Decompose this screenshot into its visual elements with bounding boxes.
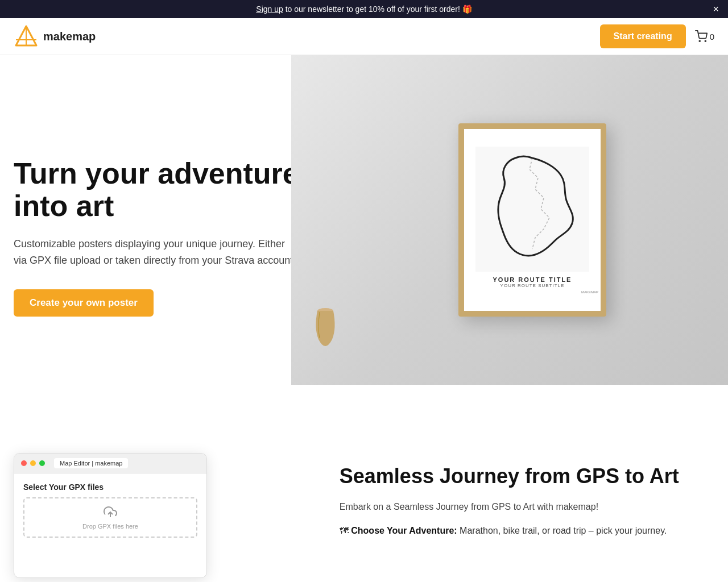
close-dot — [21, 460, 27, 466]
poster-mockup: YOUR ROUTE TITLE YOUR ROUTE SUBTITLE MAK… — [458, 123, 606, 317]
logo-link[interactable]: makemap — [14, 24, 96, 49]
close-announcement-button[interactable]: × — [713, 4, 719, 14]
logo-text: makemap — [43, 30, 96, 43]
section-two: Map Editor | makemap Select Your GPX fil… — [0, 408, 728, 582]
svg-rect-6 — [475, 147, 589, 272]
hero-subtitle: Customizable posters displaying your uni… — [14, 236, 298, 269]
cart-button[interactable]: 0 — [695, 30, 714, 43]
feature-text-0: Marathon, bike trail, or road trip – pic… — [457, 526, 667, 535]
section-two-content: Seamless Journey from GPS to Art Embark … — [340, 453, 714, 543]
upload-area[interactable]: Drop GPX files here — [23, 497, 197, 538]
poster-route-subtitle: YOUR ROUTE SUBTITLE — [500, 283, 565, 288]
feature-icon-0: 🗺 — [340, 526, 351, 535]
upload-hint: Drop GPX files here — [31, 523, 189, 530]
mockup-upload-title: Select Your GPX files — [23, 483, 197, 492]
feature-bold-0: Choose Your Adventure: — [351, 526, 457, 535]
cart-count: 0 — [710, 32, 714, 41]
upload-icon — [104, 505, 117, 519]
start-creating-button[interactable]: Start creating — [600, 24, 686, 48]
announcement-bar: Sign up to our newsletter to get 10% off… — [0, 0, 728, 18]
vase-decor-icon — [308, 300, 342, 351]
announcement-text-after: to our newsletter to get 10% off of your… — [283, 5, 472, 14]
app-mockup-image: Map Editor | makemap Select Your GPX fil… — [14, 453, 294, 578]
signup-link[interactable]: Sign up — [256, 5, 283, 14]
mockup-topbar: Map Editor | makemap — [14, 454, 206, 473]
svg-point-4 — [705, 40, 706, 41]
hero-background: YOUR ROUTE TITLE YOUR ROUTE SUBTITLE MAK… — [291, 55, 728, 385]
hero-image: YOUR ROUTE TITLE YOUR ROUTE SUBTITLE MAK… — [291, 55, 728, 408]
navbar: makemap Start creating 0 — [0, 18, 728, 55]
announcement-text: Sign up to our newsletter to get 10% off… — [256, 5, 471, 14]
nav-right: Start creating 0 — [600, 24, 714, 48]
app-mockup: Map Editor | makemap Select Your GPX fil… — [14, 453, 207, 578]
svg-point-3 — [699, 40, 700, 41]
feature-item-0: 🗺 Choose Your Adventure: Marathon, bike … — [340, 523, 714, 538]
section-two-description: Embark on a Seamless Journey from GPS to… — [340, 500, 714, 514]
cart-icon — [695, 30, 708, 43]
route-svg — [475, 147, 589, 272]
poster-brand: MAKEMAP — [464, 290, 601, 294]
mockup-tab-label: Map Editor | makemap — [54, 458, 128, 468]
logo-icon — [14, 24, 39, 49]
poster-route-title: YOUR ROUTE TITLE — [493, 276, 572, 283]
create-poster-button[interactable]: Create your own poster — [14, 289, 154, 317]
mockup-content: Select Your GPX files Drop GPX files her… — [14, 473, 206, 547]
expand-dot — [39, 460, 45, 466]
section-two-title: Seamless Journey from GPS to Art — [340, 464, 714, 488]
minimize-dot — [30, 460, 36, 466]
hero-section: Turn your adventures into art Customizab… — [0, 55, 728, 408]
